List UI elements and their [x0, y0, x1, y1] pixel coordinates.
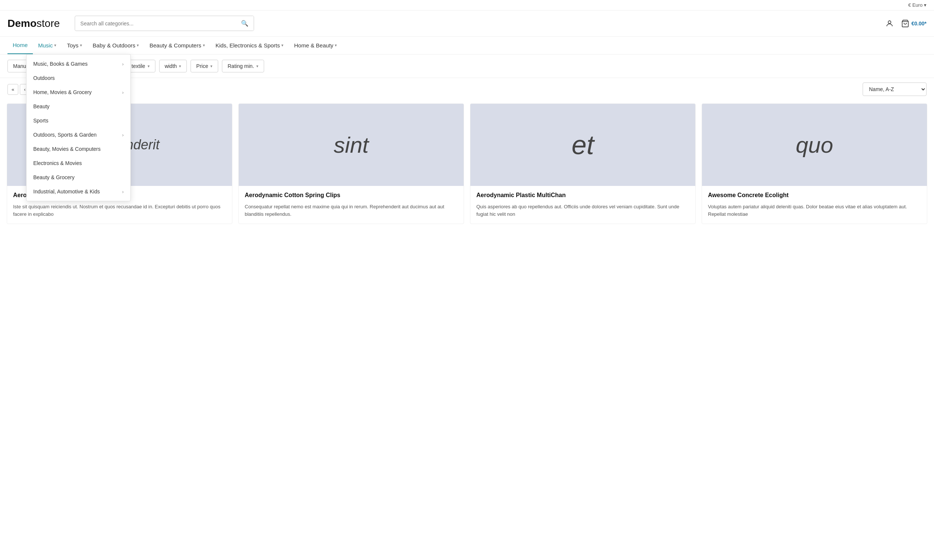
dropdown-arrow-9: › [122, 189, 124, 194]
nav-kids-label: Kids, Electronics & Sports [216, 42, 280, 49]
nav-item-home-beauty[interactable]: Home & Beauty ▾ [289, 37, 342, 54]
dropdown-label-9: Industrial, Automotive & Kids [33, 189, 100, 194]
product-card-1[interactable]: sint Aerodynamic Cotton Spring Clips Con… [238, 103, 464, 224]
dropdown-label-2: Home, Movies & Grocery [33, 89, 91, 95]
filter-price[interactable]: Price ▾ [191, 60, 218, 72]
dropdown-item-3[interactable]: Beauty [26, 99, 130, 114]
search-button[interactable]: 🔍 [236, 16, 254, 31]
product-desc-3: Voluptas autem pariatur aliquid deleniti… [708, 203, 921, 218]
product-info-2: Aerodynamic Plastic MultiChan Quis asper… [470, 186, 695, 224]
search-input[interactable] [75, 17, 236, 30]
cart-icon [901, 19, 909, 28]
filter-textile-chevron: ▾ [148, 64, 150, 69]
nav-kids-chevron: ▾ [281, 43, 284, 48]
dropdown-item-6[interactable]: Beauty, Movies & Computers [26, 142, 130, 156]
product-image-text-1: sint [334, 132, 368, 158]
dropdown-item-4[interactable]: Sports [26, 114, 130, 128]
dropdown-arrow-2: › [122, 89, 124, 95]
nav-home-label: Home [13, 42, 28, 48]
nav-beauty-comp-label: Beauty & Computers [150, 42, 201, 49]
filter-rating[interactable]: Rating min. ▾ [222, 60, 264, 72]
dropdown-label-1: Outdoors [33, 75, 55, 81]
filters-bar: Manufactu... ▾ length ▾ size ▾ textile ▾… [0, 54, 934, 78]
dropdown-item-9[interactable]: Industrial, Automotive & Kids › [26, 185, 130, 198]
music-dropdown: Music, Books & Games › Outdoors Home, Mo… [26, 54, 131, 201]
dropdown-label-7: Electronics & Movies [33, 160, 82, 166]
product-image-text-3: quo [796, 132, 833, 158]
dropdown-label-5: Outdoors, Sports & Garden [33, 132, 97, 138]
svg-point-0 [888, 20, 891, 23]
filter-rating-chevron: ▾ [256, 64, 259, 69]
dropdown-arrow-0: › [122, 61, 124, 67]
product-title-2: Aerodynamic Plastic MultiChan [476, 192, 689, 198]
cart-button[interactable]: €0.00* [901, 19, 926, 28]
nav-home-beauty-chevron: ▾ [335, 43, 337, 48]
dropdown-item-5[interactable]: Outdoors, Sports & Garden › [26, 128, 130, 142]
filter-price-chevron: ▾ [210, 64, 213, 69]
nav-beauty-comp-chevron: ▾ [203, 43, 205, 48]
nav-item-music[interactable]: Music ▾ [33, 37, 62, 54]
nav-item-home[interactable]: Home [8, 37, 33, 54]
nav-item-beauty-computers[interactable]: Beauty & Computers ▾ [144, 37, 210, 54]
nav-item-baby-outdoors[interactable]: Baby & Outdoors ▾ [88, 37, 144, 54]
nav-music-chevron: ▾ [54, 43, 56, 48]
product-desc-1: Consequatur repellat nemo est maxime qui… [245, 203, 458, 218]
product-info-3: Awesome Concrete Ecolight Voluptas autem… [702, 186, 927, 224]
logo-bold: Demo [8, 17, 37, 29]
dropdown-item-2[interactable]: Home, Movies & Grocery › [26, 85, 130, 99]
filter-width-label: width [165, 63, 177, 69]
sort-row: « ‹ Name, A-Z Name, Z-A Price, low to hi… [0, 78, 934, 100]
dropdown-label-0: Music, Books & Games [33, 61, 88, 67]
dropdown-item-1[interactable]: Outdoors [26, 71, 130, 85]
dropdown-label-3: Beauty [33, 103, 50, 109]
user-account-button[interactable] [885, 19, 894, 28]
header-icons: €0.00* [885, 19, 926, 28]
sort-select[interactable]: Name, A-Z Name, Z-A Price, low to high P… [863, 83, 926, 96]
nav-toys-label: Toys [67, 42, 79, 49]
cart-amount: €0.00* [912, 20, 926, 26]
filter-price-label: Price [196, 63, 208, 69]
header: Demostore 🔍 €0.00* [0, 11, 934, 37]
product-image-text-2: et [572, 129, 594, 160]
product-info-1: Aerodynamic Cotton Spring Clips Consequa… [239, 186, 464, 224]
page-first-button[interactable]: « [8, 84, 18, 95]
dropdown-label-4: Sports [33, 118, 48, 123]
dropdown-item-7[interactable]: Electronics & Movies [26, 156, 130, 170]
filter-width-chevron: ▾ [179, 64, 181, 69]
nav-home-beauty-label: Home & Beauty [294, 42, 333, 49]
product-image-1: sint [239, 104, 464, 186]
products-grid: reprehenderit Aerodynamic Copper Toggle … [0, 100, 934, 227]
logo-light: store [37, 17, 60, 29]
dropdown-item-0[interactable]: Music, Books & Games › [26, 57, 130, 71]
filter-width[interactable]: width ▾ [159, 60, 187, 72]
product-card-2[interactable]: et Aerodynamic Plastic MultiChan Quis as… [470, 103, 696, 224]
product-image-2: et [470, 104, 695, 186]
filter-textile-label: textile [131, 63, 145, 69]
nav-item-kids-electronics-sports[interactable]: Kids, Electronics & Sports ▾ [210, 37, 289, 54]
product-card-3[interactable]: quo Awesome Concrete Ecolight Voluptas a… [701, 103, 927, 224]
product-desc-0: Iste sit quisquam reiciendis ut. Nostrum… [13, 203, 226, 218]
filter-rating-label: Rating min. [228, 63, 254, 69]
logo[interactable]: Demostore [8, 17, 60, 29]
dropdown-label-8: Beauty & Grocery [33, 174, 75, 180]
main-nav: Home Music ▾ Toys ▾ Baby & Outdoors ▾ Be… [0, 37, 934, 54]
top-bar: € Euro ▾ [0, 0, 934, 11]
product-image-3: quo [702, 104, 927, 186]
product-title-3: Awesome Concrete Ecolight [708, 192, 921, 198]
dropdown-item-8[interactable]: Beauty & Grocery [26, 170, 130, 185]
nav-baby-label: Baby & Outdoors [92, 42, 135, 49]
nav-toys-chevron: ▾ [80, 43, 82, 48]
product-title-1: Aerodynamic Cotton Spring Clips [245, 192, 458, 198]
nav-baby-chevron: ▾ [137, 43, 139, 48]
currency-selector[interactable]: € Euro ▾ [908, 2, 926, 8]
dropdown-arrow-5: › [122, 132, 124, 138]
search-bar: 🔍 [75, 16, 254, 31]
nav-music-label: Music [38, 42, 53, 49]
user-icon [885, 19, 894, 28]
product-desc-2: Quis asperiores ab quo repellendus aut. … [476, 203, 689, 218]
dropdown-label-6: Beauty, Movies & Computers [33, 146, 100, 152]
nav-item-toys[interactable]: Toys ▾ [62, 37, 88, 54]
